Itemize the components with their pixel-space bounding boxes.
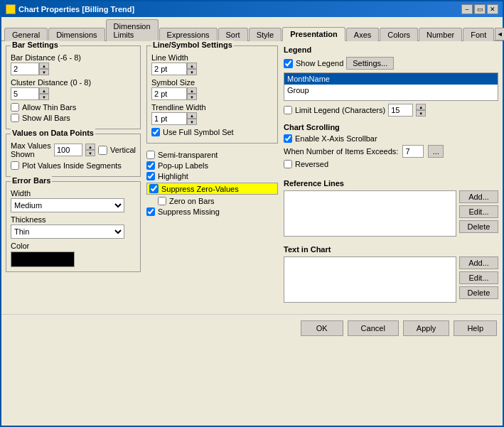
ref-add-button[interactable]: Add...	[459, 190, 498, 203]
vertical-checkbox[interactable]	[98, 146, 107, 155]
tab-font[interactable]: Font	[463, 28, 494, 41]
enable-x-checkbox[interactable]	[284, 134, 292, 143]
text-delete-button[interactable]: Delete	[459, 286, 498, 299]
bar-distance-field: Bar Distance (-6 - 8) ▲ ▼	[11, 53, 136, 75]
color-swatch[interactable]	[11, 252, 75, 267]
tab-colors[interactable]: Colors	[380, 28, 418, 41]
cluster-distance-input[interactable]	[11, 87, 39, 100]
allow-thin-bars-checkbox[interactable]	[11, 103, 19, 112]
cluster-distance-field: Cluster Distance (0 - 8) ▲ ▼	[11, 78, 136, 100]
tab-sort[interactable]: Sort	[218, 28, 248, 41]
cluster-distance-up[interactable]: ▲	[39, 87, 49, 94]
zero-on-bars-checkbox[interactable]	[158, 197, 166, 205]
trendline-width-up[interactable]: ▲	[187, 112, 197, 119]
show-legend-checkbox[interactable]	[284, 59, 293, 68]
line-width-spinner: ▲ ▼	[187, 63, 197, 75]
text-edit-button[interactable]: Edit...	[459, 271, 498, 284]
tab-presentation[interactable]: Presentation	[282, 27, 345, 41]
legend-item-monthname[interactable]: MonthName	[284, 73, 498, 85]
legend-list[interactable]: MonthName Group	[284, 72, 498, 101]
highlight-label: Highlight	[158, 172, 188, 180]
tab-expressions[interactable]: Expressions	[159, 28, 218, 41]
tab-axes[interactable]: Axes	[346, 28, 379, 41]
max-values-down[interactable]: ▼	[85, 150, 95, 156]
tab-number[interactable]: Number	[419, 28, 462, 41]
width-select[interactable]: Thin Medium Thick	[11, 198, 124, 212]
reversed-checkbox[interactable]	[284, 160, 292, 168]
bar-distance-input[interactable]	[11, 63, 39, 75]
suppress-missing-checkbox[interactable]	[146, 207, 155, 216]
legend-title: Legend	[284, 45, 498, 54]
when-exceeds-input[interactable]	[402, 145, 424, 158]
trendline-width-field: Trendline Width ▲ ▼	[151, 103, 273, 125]
legend-item-group[interactable]: Group	[284, 85, 498, 96]
show-legend-row: Show Legend Settings...	[284, 57, 498, 70]
trendline-width-label: Trendline Width	[151, 103, 273, 112]
plot-values-label: Plot Values Inside Segments	[22, 161, 122, 170]
tab-general[interactable]: General	[4, 28, 48, 41]
minimize-button[interactable]: –	[461, 4, 473, 14]
popup-labels-row: Pop-up Labels	[146, 161, 278, 170]
cancel-button[interactable]: Cancel	[348, 320, 399, 336]
reference-lines-buttons: Add... Edit... Delete	[459, 190, 498, 237]
main-window: Chart Properties [Billing Trend] – ▭ ✕ G…	[0, 0, 504, 427]
trendline-width-down[interactable]: ▼	[187, 119, 197, 125]
limit-legend-label: Limit Legend (Characters)	[295, 106, 385, 114]
show-legend-label: Show Legend	[296, 59, 343, 67]
show-all-bars-row: Show All Bars	[11, 114, 136, 122]
line-width-down[interactable]: ▼	[187, 69, 197, 75]
maximize-button[interactable]: ▭	[474, 4, 486, 14]
tab-dimensions[interactable]: Dimensions	[48, 28, 104, 41]
left-panel: Bar Settings Bar Distance (-6 - 8) ▲ ▼ C…	[6, 45, 141, 307]
window-title: Chart Properties [Billing Trend]	[18, 5, 134, 13]
bar-distance-down[interactable]: ▼	[39, 69, 49, 75]
tab-style[interactable]: Style	[249, 28, 282, 41]
thickness-select[interactable]: Thin Medium Thick	[11, 225, 124, 239]
max-values-up[interactable]: ▲	[85, 144, 95, 150]
help-button[interactable]: Help	[454, 320, 497, 336]
symbol-size-down[interactable]: ▼	[187, 94, 197, 100]
ref-edit-button[interactable]: Edit...	[459, 205, 498, 218]
limit-legend-up[interactable]: ▲	[416, 104, 426, 110]
max-values-input[interactable]	[54, 144, 82, 156]
tab-scroll-left[interactable]: ◄	[495, 28, 504, 40]
bar-settings-label: Bar Settings	[11, 40, 60, 49]
max-values-row: Max Values Shown ▲ ▼ Vertical	[11, 141, 136, 158]
chart-scrolling-section: Chart Scrolling Enable X-Axis Scrollbar …	[284, 123, 498, 171]
popup-labels-checkbox[interactable]	[146, 161, 155, 170]
line-width-input[interactable]	[151, 63, 187, 75]
show-all-bars-checkbox[interactable]	[11, 114, 19, 122]
semi-transparent-checkbox[interactable]	[146, 151, 155, 159]
color-label: Color	[11, 242, 136, 250]
ref-delete-button[interactable]: Delete	[459, 220, 498, 233]
plot-values-checkbox[interactable]	[11, 161, 19, 170]
suppress-zero-label: Suppress Zero-Values	[161, 185, 239, 193]
limit-legend-checkbox[interactable]	[284, 106, 292, 114]
misc-checkboxes: Semi-transparent Pop-up Labels Highlight…	[146, 148, 278, 221]
limit-legend-down[interactable]: ▼	[416, 110, 426, 117]
settings-button[interactable]: Settings...	[346, 57, 394, 70]
cluster-distance-down[interactable]: ▼	[39, 94, 49, 100]
tab-dimension-limits[interactable]: Dimension Limits	[106, 19, 159, 41]
bar-distance-up[interactable]: ▲	[39, 63, 49, 69]
ok-button[interactable]: OK	[301, 320, 343, 336]
suppress-zero-checkbox[interactable]	[149, 184, 159, 193]
text-add-button[interactable]: Add...	[459, 256, 498, 269]
symbol-size-input[interactable]	[151, 87, 187, 100]
width-field: Width Thin Medium Thick	[11, 189, 136, 212]
trendline-width-input[interactable]	[151, 112, 187, 125]
close-button[interactable]: ✕	[487, 4, 498, 14]
apply-button[interactable]: Apply	[403, 320, 450, 336]
text-in-chart-title: Text in Chart	[284, 245, 498, 254]
when-exceeds-more[interactable]: ...	[428, 145, 444, 158]
trendline-width-spinner: ▲ ▼	[187, 112, 197, 125]
limit-legend-input[interactable]	[388, 104, 413, 117]
symbol-size-up[interactable]: ▲	[187, 87, 197, 94]
line-width-label: Line Width	[151, 53, 273, 62]
show-all-bars-label: Show All Bars	[22, 114, 70, 122]
highlight-checkbox[interactable]	[146, 172, 155, 180]
line-width-up[interactable]: ▲	[187, 63, 197, 69]
popup-labels-label: Pop-up Labels	[158, 161, 208, 170]
full-symbol-checkbox[interactable]	[151, 128, 160, 136]
cluster-distance-spinner: ▲ ▼	[39, 87, 49, 100]
